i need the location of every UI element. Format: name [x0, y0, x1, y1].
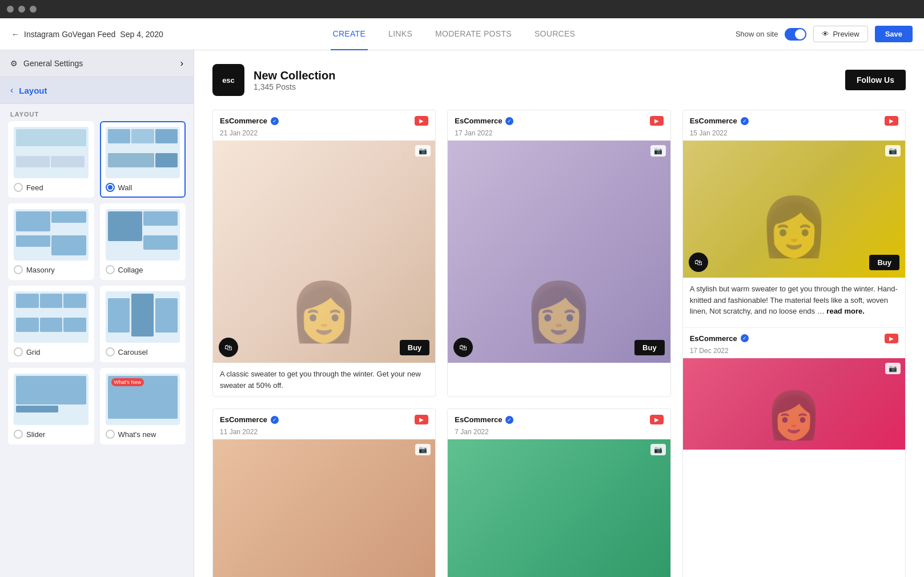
cart-icon-3[interactable]: 🛍 — [689, 253, 708, 272]
layout-option-collage[interactable]: Collage — [100, 203, 186, 280]
back-button[interactable]: ← Instagram GoVegan Feed Sep 4, 2020 — [11, 30, 163, 39]
camera-icon-2: 📷 — [650, 145, 666, 157]
layout-label: Layout — [19, 86, 47, 95]
save-button[interactable]: Save — [875, 26, 913, 42]
topnav: ← Instagram GoVegan Feed Sep 4, 2020 CRE… — [0, 18, 924, 50]
layout-option-masonry[interactable]: Masonry — [8, 203, 94, 280]
post-author-2: EsCommerce — [455, 117, 502, 125]
layout-name-masonry: Masonry — [26, 266, 55, 274]
layout-option-wall[interactable]: Wall — [100, 121, 186, 198]
layout-option-whatsnew[interactable]: What's New What's new — [100, 368, 186, 444]
post-card-5: EsCommerce ✓ ▶ 7 Jan 2022 📷 👩 — [447, 408, 670, 577]
layout-name-feed: Feed — [26, 183, 43, 192]
general-settings-item[interactable]: ⚙ General Settings › — [0, 50, 194, 77]
verified-icon-3: ✓ — [741, 117, 749, 125]
post-image-5: 📷 👩 — [448, 439, 670, 577]
camera-icon-6: 📷 — [885, 363, 901, 374]
youtube-icon-4[interactable]: ▶ — [415, 415, 428, 424]
layout-radio-slider — [14, 430, 23, 439]
layout-thumb-collage — [106, 209, 180, 261]
whatsnew-badge: What's New — [111, 378, 144, 386]
feed-date-label: Sep 4, 2020 — [120, 30, 163, 39]
layout-name-wall: Wall — [118, 183, 132, 192]
post-date-4: 11 Jan 2022 — [213, 428, 435, 439]
tab-create[interactable]: CREATE — [331, 18, 368, 50]
cart-icon-1[interactable]: 🛍 — [219, 338, 238, 357]
tab-links[interactable]: LINKS — [386, 18, 415, 50]
titlebar-dot-3 — [30, 6, 37, 13]
post-date-3: 15 Jan 2022 — [683, 129, 905, 141]
post-header-3: EsCommerce ✓ ▶ — [683, 110, 905, 129]
post-header-4: EsCommerce ✓ ▶ — [213, 409, 435, 428]
layout-radio-grid — [14, 347, 23, 356]
layout-option-slider[interactable]: Slider — [8, 368, 94, 444]
layout-section-label: LAYOUT — [0, 104, 194, 121]
post-caption-1: A classic sweater to get you through the… — [213, 363, 435, 396]
tab-moderate[interactable]: MODERATE POSTS — [433, 18, 514, 50]
camera-icon-5: 📷 — [650, 444, 666, 455]
post-image-2: 📷 🛍 Buy 👩 — [448, 141, 670, 363]
main-layout: ⚙ General Settings › ‹ Layout LAYOUT — [0, 50, 924, 577]
buy-button-2[interactable]: Buy — [634, 340, 665, 355]
layout-name-collage: Collage — [118, 266, 143, 274]
post-author-1: EsCommerce — [220, 117, 267, 125]
layout-radio-whatsnew — [106, 430, 115, 439]
post-date-6: 17 Dec 2022 — [683, 347, 905, 358]
youtube-icon-3[interactable]: ▶ — [885, 116, 898, 126]
layout-name-grid: Grid — [26, 348, 41, 356]
post-header-2: EsCommerce ✓ ▶ — [448, 110, 670, 129]
layout-radio-carousel — [106, 347, 115, 356]
buy-button-1[interactable]: Buy — [400, 340, 430, 355]
show-site-toggle[interactable] — [785, 28, 806, 41]
youtube-icon-1[interactable]: ▶ — [415, 116, 428, 126]
verified-icon-5: ✓ — [505, 416, 513, 424]
post-card-6-inner: EsCommerce ✓ ▶ 17 Dec 2022 📷 👩 — [683, 327, 905, 450]
post-image-6: 📷 👩 — [683, 358, 905, 450]
layout-thumb-grid — [14, 291, 89, 343]
layout-radio-collage — [106, 265, 115, 274]
layout-thumb-slider — [14, 374, 89, 425]
layout-nav-item[interactable]: ‹ Layout — [0, 77, 194, 104]
titlebar-dot-1 — [7, 6, 14, 13]
layout-thumb-whatsnew: What's New — [106, 374, 180, 425]
layout-thumb-carousel — [106, 291, 180, 343]
preview-button[interactable]: 👁 Preview — [813, 26, 867, 42]
post-card-3: EsCommerce ✓ ▶ 15 Jan 2022 📷 🛍 Buy 👩 A s… — [682, 110, 906, 577]
post-caption-3: A stylish but warm sweater to get you th… — [683, 278, 905, 323]
verified-icon-6: ✓ — [741, 334, 749, 342]
verified-icon-2: ✓ — [505, 117, 513, 125]
read-more-3[interactable]: read more. — [826, 307, 864, 315]
general-settings-label: General Settings — [23, 59, 83, 68]
show-site-label: Show on site — [736, 30, 778, 38]
feed-logo: esc — [212, 64, 244, 96]
post-image-4: 📷 👩 — [213, 439, 435, 577]
youtube-icon-2[interactable]: ▶ — [650, 116, 664, 126]
post-author-3: EsCommerce — [690, 117, 737, 125]
layout-option-carousel[interactable]: Carousel — [100, 286, 186, 362]
person-figure-3: 👩 — [758, 198, 830, 255]
verified-icon-4: ✓ — [271, 416, 279, 424]
cart-icon-2[interactable]: 🛍 — [453, 338, 473, 357]
sidebar: ⚙ General Settings › ‹ Layout LAYOUT — [0, 50, 194, 577]
post-image-3: 📷 🛍 Buy 👩 — [683, 141, 905, 278]
post-header-5: EsCommerce ✓ ▶ — [448, 409, 670, 428]
youtube-icon-6[interactable]: ▶ — [885, 334, 898, 343]
chevron-right-icon: › — [180, 58, 183, 69]
content-area: esc New Collection 1,345 Posts Follow Us… — [194, 50, 924, 577]
tab-sources[interactable]: SOURCES — [532, 18, 577, 50]
layout-option-feed[interactable]: Feed — [8, 121, 94, 198]
topnav-right: Show on site 👁 Preview Save — [736, 26, 913, 42]
follow-button[interactable]: Follow Us — [845, 70, 906, 90]
post-header-1: EsCommerce ✓ ▶ — [213, 110, 435, 129]
back-arrow-icon: ← — [11, 30, 19, 39]
post-author-5: EsCommerce — [455, 415, 502, 424]
titlebar — [0, 0, 924, 18]
post-date-5: 7 Jan 2022 — [448, 428, 670, 439]
posts-grid: EsCommerce ✓ ▶ 21 Jan 2022 📷 🛍 Buy 👩 A c… — [212, 110, 906, 577]
post-image-1: 📷 🛍 Buy 👩 — [213, 141, 435, 363]
eye-icon: 👁 — [822, 30, 829, 38]
gear-icon: ⚙ — [10, 59, 18, 68]
layout-option-grid[interactable]: Grid — [8, 286, 94, 362]
buy-button-3[interactable]: Buy — [869, 255, 899, 270]
youtube-icon-5[interactable]: ▶ — [650, 415, 664, 424]
